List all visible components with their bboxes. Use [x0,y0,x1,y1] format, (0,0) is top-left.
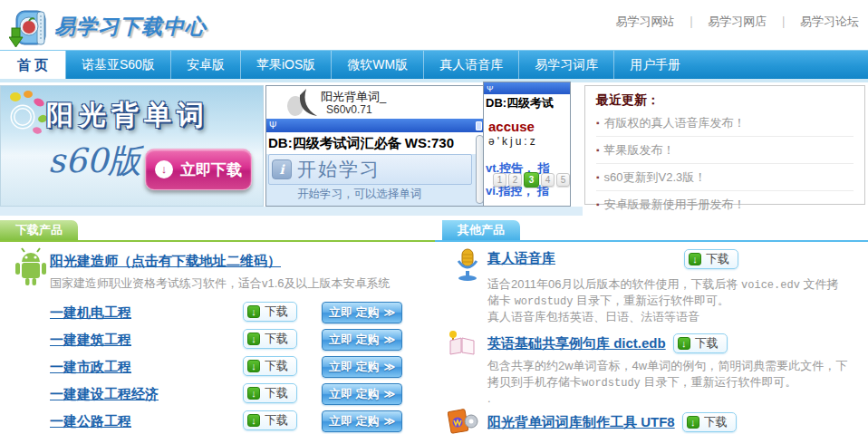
dictionary-phonetic: ə'kju:z [488,135,570,148]
download-label: 下载 [265,304,288,320]
android-icon [14,247,48,287]
top-link-shop[interactable]: 易学习网店 [708,14,767,30]
voice-library-link[interactable]: 真人语音库 [487,250,555,267]
other-products-tab-row: 其他产品 [435,220,868,242]
bullet-icon: ▪ [596,199,600,209]
download-label: 下载 [706,251,729,267]
sentence-library-link[interactable]: 英语基础共享例句库 dict.edb [487,335,666,352]
download-arrow-icon: ↓ [247,414,260,427]
dict-tool-link[interactable]: 阳光背单词词库制作工具 UTF8 [487,414,675,431]
other-products-tab: 其他产品 [442,220,520,240]
chevron-right-icon: ≫ [384,333,396,346]
download-label: 下载 [695,335,719,352]
order-button[interactable]: 立即 定购≫ [322,329,402,351]
order-label: 立即 定购 [329,386,380,402]
page-button-4[interactable]: 4 [541,173,555,187]
update-item: ▪安卓版最新使用手册发布！ [596,191,854,217]
download-button[interactable]: ↓下载 [243,410,297,430]
menu-item-subtext: 开始学习，可以选择单词 [297,187,485,202]
chevron-right-icon: ≫ [384,306,396,319]
order-button[interactable]: 立即 定购≫ [322,383,402,405]
screenshot1-menu: i 开始学习 开始学习，可以选择单词 [266,154,485,207]
download-arrow-icon: ↓ [247,387,260,400]
download-arrow-icon: ↓ [155,160,173,178]
bullet-icon: ▪ [596,145,600,155]
download-arrow-icon: ↓ [247,305,260,318]
download-row: 一建机电工程 ↓下载 立即 定购≫ [50,302,430,325]
update-text: 安卓版最新使用手册发布！ [604,198,746,211]
download-button[interactable]: ↓下载 [673,333,728,353]
order-button[interactable]: 立即 定购≫ [322,356,402,378]
banner-band: 阳光背单词 s60版 ↓ 立即下载 阳光背单词_ S60v0.71 Ψ DB:四… [0,82,868,217]
header: 易学习下载中心 易学习网站 ｜ 易学习网店 ｜ 易学习论坛 [0,0,868,50]
download-label: 下载 [265,358,288,374]
nav-item-nokia-s60[interactable]: 诺基亚S60版 [65,51,170,79]
pipe-separator: ｜ [777,14,789,30]
download-button[interactable]: ↓下载 [243,329,297,349]
download-arrow-icon: ↓ [678,337,690,350]
download-row: 一建市政工程 ↓下载 立即 定购≫ [50,356,430,380]
nav-item-wm[interactable]: 微软WM版 [331,51,423,79]
nav-item-android[interactable]: 安卓版 [170,51,240,79]
download-arrow-icon: ↓ [247,333,260,345]
antenna-icon: Ψ [269,121,276,130]
top-link-forum[interactable]: 易学习论坛 [800,14,859,30]
download-label: 下载 [265,331,288,347]
microphone-icon [455,248,480,281]
banner-download-button[interactable]: ↓ 立即下载 [145,149,252,190]
download-row: 一建建设工程经济 ↓下载 立即 定购≫ [50,383,430,407]
nav-item-home[interactable]: 首 页 [0,51,65,79]
other-products-section: 其他产品 真人语音库 ↓下载 适合2011年06月以后版本的软件使用，下载后将 … [435,220,868,434]
download-button[interactable]: ↓下载 [243,302,297,322]
order-label: 立即 定购 [329,332,380,348]
row-link[interactable]: 一建机电工程 [50,304,131,322]
order-button[interactable]: 立即 定购≫ [322,302,402,323]
battery-icon [476,121,482,130]
nav-item-ios[interactable]: 苹果iOS版 [240,51,331,79]
item-description-line: 包含共享的约2w单词音标，4w单词的例句，简明词典需要此文件，下 [487,358,847,374]
nav-item-dictionary[interactable]: 易学习词库 [518,51,613,79]
page-button-5[interactable]: 5 [556,173,570,187]
item-description-line: 拷贝到手机存储卡wordstudy 目录下，重新运行软件即可。 [487,374,796,391]
screenshot1-selected-row: i 开始学习 [268,154,472,185]
download-label: 下载 [265,412,288,429]
product-description: 国家建造师职业资格考试练习软件，适合v1.6及以上版本安卓系统 [50,275,391,292]
screenshot1-header: 阳光背单词_ S60v0.71 [266,86,485,119]
nav-item-voice-library[interactable]: 真人语音库 [423,51,518,79]
product-title-link[interactable]: 阳光建造师（点击有下载地址二维码） [50,253,281,270]
update-item: ▪s60更新到V2.3版！ [596,164,854,191]
screenshot2-db-line: DB:四级考试 [484,94,570,112]
order-label: 立即 定购 [329,413,380,429]
page-button-1[interactable]: 1 [493,173,506,187]
downloads-tab: 下载产品 [0,220,78,240]
download-label: 下载 [265,385,288,401]
nav-item-manual[interactable]: 用户手册 [613,51,696,79]
main-nav: 首 页 诺基亚S60版 安卓版 苹果iOS版 微软WM版 真人语音库 易学习词库… [0,50,868,79]
backpack-logo-icon [9,5,51,48]
page-button-2[interactable]: 2 [508,173,522,187]
app-version: S60v0.71 [326,103,372,116]
row-link[interactable]: 一建建筑工程 [50,332,131,349]
top-link-website[interactable]: 易学习网站 [616,14,675,30]
row-link[interactable]: 一建建设工程经济 [50,386,159,403]
download-button[interactable]: ↓下载 [243,383,297,403]
order-button[interactable]: 立即 定购≫ [322,410,402,432]
download-button[interactable]: ↓下载 [682,412,737,432]
update-text: 苹果版发布！ [604,143,675,157]
download-button[interactable]: ↓下载 [243,356,297,376]
toolbook-wrench-icon [448,407,478,434]
bullet-icon: ▪ [596,118,600,128]
download-button[interactable]: ↓下载 [684,249,738,269]
item-description-line: 真人语音库包括英语、日语、法语等语音 [487,309,699,325]
downloads-section: 下载产品 阳光建造师（点击有下载地址二维码） 国家建造师职业资格考试练习软件，适… [0,220,435,434]
row-link[interactable]: 一建公路工程 [50,413,131,430]
chevron-right-icon: ≫ [384,415,396,428]
info-icon: i [272,159,292,179]
page-button-3-active[interactable]: 3 [524,172,539,188]
row-link[interactable]: 一建市政工程 [50,359,131,376]
page: 易学习下载中心 易学习网站 ｜ 易学习网店 ｜ 易学习论坛 首 页 诺基亚S60… [0,0,868,434]
screenshot1-db-line: DB:四级考试词汇必备 WS:730 [266,132,485,153]
chevron-right-icon: ≫ [384,388,396,400]
book-bulb-icon [446,329,477,356]
bullet-icon: ▪ [596,172,600,182]
